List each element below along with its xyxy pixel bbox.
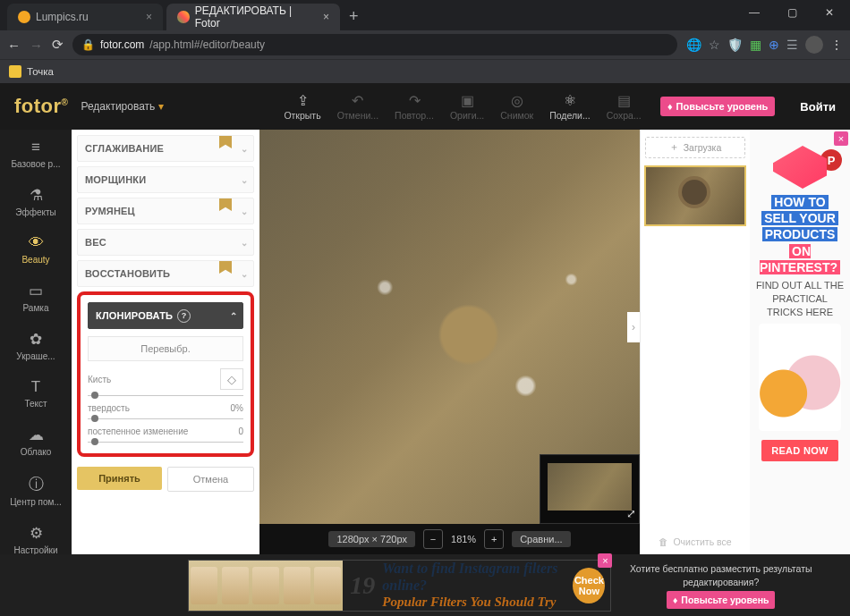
rail-basic[interactable]: ≡Базовое р... xyxy=(0,133,72,175)
eraser-button[interactable]: ◇ xyxy=(220,368,243,390)
profile-avatar[interactable] xyxy=(805,36,823,54)
image-thumbnail[interactable] xyxy=(644,165,746,226)
brush-slider[interactable] xyxy=(88,395,243,396)
fotor-logo[interactable]: fotor® xyxy=(14,97,68,116)
rail-help[interactable]: ⓘЦентр пом... xyxy=(0,468,72,513)
accept-button[interactable]: Принять xyxy=(77,467,162,490)
close-window-button[interactable]: ✕ xyxy=(812,0,846,25)
reselect-button[interactable]: Перевыбр. xyxy=(88,336,243,361)
compare-button[interactable]: Сравни... xyxy=(512,531,570,547)
clear-all-button[interactable]: 🗑Очистить все xyxy=(659,536,731,547)
rail-frame[interactable]: ▭Рамка xyxy=(0,276,72,319)
snapshot-button[interactable]: ◎Снимок xyxy=(500,92,533,121)
favicon-fotor xyxy=(177,11,190,23)
banner-photos xyxy=(189,561,343,611)
image-icon: ▣ xyxy=(461,92,474,109)
right-ad: × P HOW TO SELL YOUR PRODUCTS ON PINTERE… xyxy=(750,130,850,554)
back-button[interactable]: ← xyxy=(7,38,21,53)
tab-lumpics[interactable]: Lumpics.ru × xyxy=(7,4,163,30)
url-path: /app.html#/editor/beauty xyxy=(149,38,265,51)
upgrade-button[interactable]: ♦Повысьте уровень xyxy=(660,97,775,116)
hardness-slider[interactable] xyxy=(88,418,243,419)
bottom-banner-ad[interactable]: 19 Want to find Instagram filters online… xyxy=(188,560,611,612)
rail-effects[interactable]: ⚗Эффекты xyxy=(0,181,72,224)
zoom-out-button[interactable]: − xyxy=(423,529,443,549)
premium-badge-icon xyxy=(219,261,232,274)
kebab-menu-icon[interactable]: ⋮ xyxy=(830,38,843,52)
sliders-icon: ≡ xyxy=(31,139,40,156)
save-button[interactable]: ▤Сохра... xyxy=(607,92,642,121)
ext-icon-3[interactable]: ⊕ xyxy=(769,38,779,52)
acc-weight[interactable]: ВЕС⌄ xyxy=(77,229,254,256)
forward-button[interactable]: → xyxy=(30,38,43,53)
check-now-button[interactable]: Check Now xyxy=(573,568,605,603)
share-button[interactable]: ⚛Подели... xyxy=(549,92,591,121)
ext-icon-2[interactable]: ▦ xyxy=(750,38,761,52)
bookmarks-bar: Точка xyxy=(0,59,850,83)
canvas-chevron-right[interactable]: › xyxy=(627,312,640,342)
promo-upgrade-button[interactable]: ♦Повысьте уровень xyxy=(667,591,776,609)
translate-icon[interactable]: 🌐 xyxy=(686,38,701,52)
redo-button[interactable]: ↷Повтор... xyxy=(395,92,434,121)
favicon-lumpics xyxy=(18,11,30,23)
ad-image xyxy=(759,324,841,431)
address-bar[interactable]: 🔒 fotor.com/app.html#/editor/beauty xyxy=(72,34,677,55)
rail-decor[interactable]: ✿Украше... xyxy=(0,325,72,367)
canvas-status-bar: 1280px × 720px − 181% + Сравни... xyxy=(259,524,640,554)
acc-restore[interactable]: ВОССТАНОВИТЬ⌄ xyxy=(77,260,254,287)
promo-text: Хотите бесплатно разместить результаты р… xyxy=(611,562,830,587)
open-button[interactable]: ⇪Открыть xyxy=(284,92,320,121)
ext-icon-1[interactable]: 🛡️ xyxy=(727,38,743,52)
extension-area: 🌐 ☆ 🛡️ ▦ ⊕ ☰ ⋮ xyxy=(686,36,843,54)
expand-icon[interactable]: ⤢ xyxy=(626,507,636,520)
maximize-button[interactable]: ▢ xyxy=(775,0,809,25)
tab-fotor[interactable]: РЕДАКТИРОВАТЬ | Fotor × xyxy=(166,4,340,30)
acc-clone[interactable]: КЛОНИРОВАТЬ ? ⌃ xyxy=(88,302,243,329)
hardness-label: твердость xyxy=(88,403,130,413)
read-now-button[interactable]: READ NOW xyxy=(761,440,838,461)
sign-in-button[interactable]: Войти xyxy=(800,100,836,114)
plus-icon: ＋ xyxy=(669,141,679,154)
image-canvas[interactable]: › ⤢ xyxy=(259,130,640,524)
banner-close-button[interactable]: × xyxy=(598,553,612,568)
bookmark-label[interactable]: Точка xyxy=(27,66,54,77)
diamond-icon: ♦ xyxy=(667,101,673,112)
cloud-icon: ☁ xyxy=(29,426,44,444)
premium-badge-icon xyxy=(219,198,232,211)
close-icon[interactable]: × xyxy=(323,11,329,23)
fade-value: 0 xyxy=(238,426,243,436)
star-icon[interactable]: ☆ xyxy=(709,38,720,52)
acc-blush[interactable]: РУМЯНЕЦ⌄ xyxy=(77,198,254,224)
help-icon: ⓘ xyxy=(29,474,44,494)
close-icon[interactable]: × xyxy=(146,11,152,23)
fade-slider[interactable] xyxy=(88,442,243,443)
upload-button[interactable]: ＋Загрузка xyxy=(645,137,745,158)
rail-cloud[interactable]: ☁Облако xyxy=(0,420,72,463)
diamond-icon: ♦ xyxy=(673,595,677,605)
edit-dropdown[interactable]: Редактировать ▾ xyxy=(81,100,164,113)
zoom-in-button[interactable]: + xyxy=(484,529,504,549)
chevron-down-icon: ⌄ xyxy=(241,144,248,154)
minimize-button[interactable]: — xyxy=(737,0,771,25)
rail-beauty[interactable]: 👁Beauty xyxy=(0,229,72,271)
help-icon[interactable]: ? xyxy=(177,309,191,323)
fade-control: постепенное изменение 0 xyxy=(88,426,243,443)
url-host: fotor.com xyxy=(100,38,144,51)
original-button[interactable]: ▣Ориги... xyxy=(450,92,484,121)
undo-button[interactable]: ↶Отмени... xyxy=(337,92,378,121)
rail-text[interactable]: TТекст xyxy=(0,373,72,415)
navigator-minimap[interactable]: ⤢ xyxy=(540,454,640,524)
reading-list-icon[interactable]: ☰ xyxy=(786,38,798,52)
ad-close-button[interactable]: × xyxy=(834,131,848,146)
fade-label: постепенное изменение xyxy=(88,426,188,436)
acc-smoothing[interactable]: СГЛАЖИВАНИЕ⌄ xyxy=(77,135,254,162)
new-tab-button[interactable]: + xyxy=(349,7,359,26)
cancel-button[interactable]: Отмена xyxy=(167,467,254,492)
redo-icon: ↷ xyxy=(409,92,421,109)
reload-button[interactable]: ⟳ xyxy=(52,37,64,53)
brush-label: Кисть xyxy=(88,375,111,384)
window-title-bar: Lumpics.ru × РЕДАКТИРОВАТЬ | Fotor × + —… xyxy=(0,0,850,30)
beauty-side-panel: СГЛАЖИВАНИЕ⌄ МОРЩИНКИ⌄ РУМЯНЕЦ⌄ ВЕС⌄ ВОС… xyxy=(72,130,259,554)
tab-title: РЕДАКТИРОВАТЬ | Fotor xyxy=(195,4,318,30)
acc-wrinkles[interactable]: МОРЩИНКИ⌄ xyxy=(77,166,254,193)
